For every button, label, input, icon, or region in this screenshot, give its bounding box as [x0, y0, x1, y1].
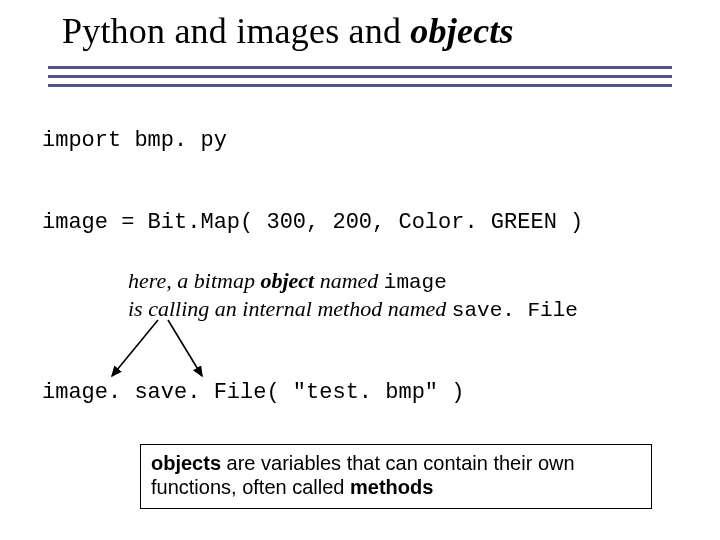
definition-box: objects are variables that can contain t… [140, 444, 652, 509]
title-emphasis: objects [410, 11, 513, 51]
slide: Python and images and objects import bmp… [0, 0, 720, 540]
note-line2-mono: save. File [452, 299, 578, 322]
box-bold-1: objects [151, 452, 221, 474]
annotation-text: here, a bitmap object named image is cal… [128, 268, 578, 324]
rule-line [48, 75, 672, 78]
rule-line [48, 84, 672, 87]
note-line2-prefix: is calling an internal method named [128, 296, 452, 321]
code-import: import bmp. py [42, 128, 227, 153]
annotation-arrows-icon [98, 314, 238, 384]
rule-line [48, 66, 672, 69]
code-call: image. save. File( "test. bmp" ) [42, 380, 464, 405]
note-line1-prefix: here, a bitmap [128, 268, 260, 293]
note-line1-mid: named [314, 268, 384, 293]
code-assign: image = Bit.Map( 300, 200, Color. GREEN … [42, 210, 583, 235]
title-prefix: Python and images and [62, 11, 410, 51]
note-line1-mono: image [384, 271, 447, 294]
title-underline [48, 66, 672, 87]
page-title: Python and images and objects [62, 10, 514, 52]
svg-line-1 [168, 320, 202, 376]
svg-line-0 [112, 320, 158, 376]
box-bold-2: methods [350, 476, 433, 498]
note-line1-object: object [260, 268, 314, 293]
